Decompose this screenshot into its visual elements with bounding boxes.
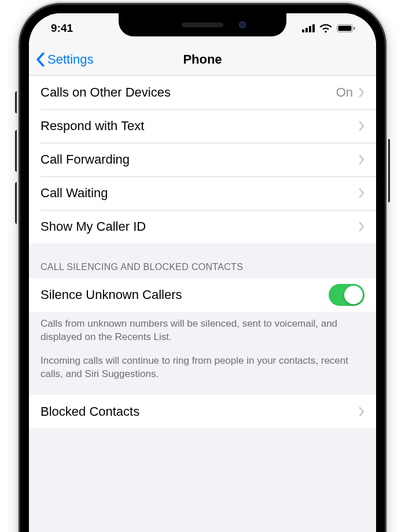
- battery-icon: [337, 24, 355, 32]
- row-label: Calls on Other Devices: [41, 85, 336, 100]
- row-call-waiting[interactable]: Call Waiting: [29, 176, 376, 210]
- svg-rect-1: [305, 28, 308, 32]
- status-time: 9:41: [51, 22, 73, 35]
- row-label: Show My Caller ID: [41, 219, 359, 234]
- row-call-forwarding[interactable]: Call Forwarding: [29, 143, 376, 176]
- chevron-right-icon: [359, 407, 365, 416]
- svg-rect-6: [354, 27, 355, 30]
- calls-settings-group: Calls on Other Devices On Respond with T…: [29, 76, 376, 243]
- section-footer-silencing: Calls from unknown numbers will be silen…: [29, 312, 376, 395]
- chevron-right-icon: [359, 189, 365, 198]
- row-blocked-contacts[interactable]: Blocked Contacts: [29, 395, 376, 428]
- chevron-left-icon: [36, 53, 45, 66]
- row-label: Call Forwarding: [41, 152, 359, 167]
- chevron-right-icon: [359, 88, 365, 97]
- chevron-right-icon: [359, 155, 365, 164]
- footer-text-1: Calls from unknown numbers will be silen…: [41, 317, 365, 344]
- back-button[interactable]: Settings: [29, 52, 94, 67]
- silencing-group: Silence Unknown Callers: [29, 278, 376, 312]
- row-label: Silence Unknown Callers: [41, 287, 329, 302]
- blocked-group: Blocked Contacts: [29, 395, 376, 428]
- row-respond-with-text[interactable]: Respond with Text: [29, 109, 376, 143]
- row-label: Respond with Text: [41, 119, 359, 134]
- svg-rect-0: [302, 29, 304, 32]
- cellular-icon: [302, 24, 315, 32]
- chevron-right-icon: [359, 222, 365, 231]
- wifi-icon: [319, 24, 332, 33]
- row-calls-on-other-devices[interactable]: Calls on Other Devices On: [29, 76, 376, 109]
- back-label: Settings: [47, 52, 94, 67]
- row-silence-unknown-callers[interactable]: Silence Unknown Callers: [29, 278, 376, 312]
- silence-unknown-switch[interactable]: [329, 284, 365, 306]
- row-value: On: [336, 85, 353, 100]
- row-label: Call Waiting: [41, 186, 359, 201]
- nav-bar: Settings Phone: [29, 43, 376, 76]
- section-header-silencing: Call Silencing and Blocked Contacts: [29, 243, 376, 278]
- svg-rect-5: [338, 26, 352, 31]
- chevron-right-icon: [359, 121, 365, 131]
- row-label: Blocked Contacts: [41, 404, 359, 419]
- svg-rect-3: [312, 24, 315, 32]
- footer-text-2: Incoming calls will continue to ring fro…: [41, 354, 365, 381]
- device-notch: [119, 13, 286, 36]
- row-show-my-caller-id[interactable]: Show My Caller ID: [29, 210, 376, 243]
- svg-rect-2: [309, 26, 311, 32]
